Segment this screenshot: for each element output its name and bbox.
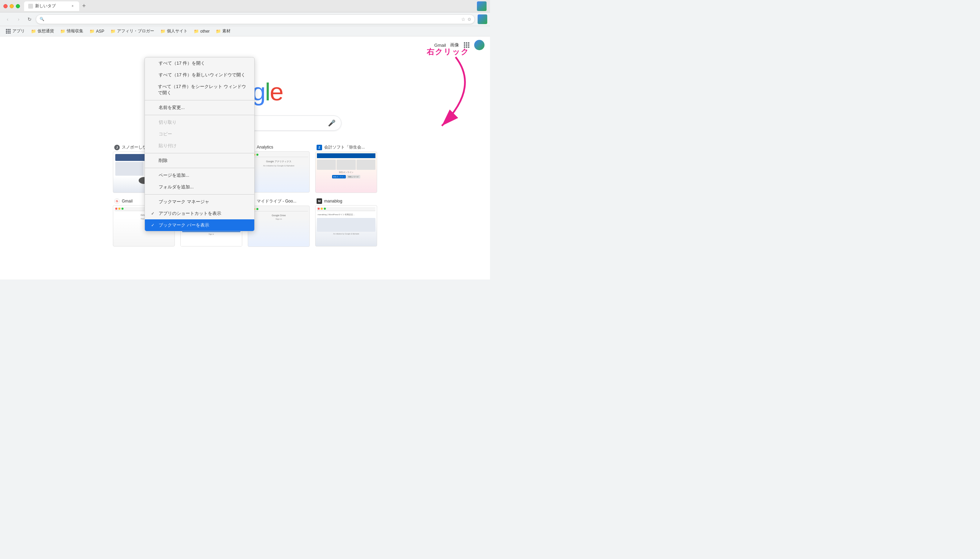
context-menu: すべて（17 件）を開く すべて（17 件）を新しいウィンドウで開く すべて（1… [144, 57, 255, 232]
minimize-button[interactable] [10, 4, 14, 8]
user-profile-button[interactable] [478, 15, 487, 24]
thumb-screenshot-7: Google Drive Sign in [248, 205, 310, 247]
context-cut: 切り取り [145, 117, 254, 128]
search-icon: 🔍 [40, 17, 45, 22]
checkmark-bookmarks-bar: ✓ [151, 223, 156, 228]
bookmark-star-icon[interactable]: ☆ [461, 17, 466, 22]
tab-title: 新しいタブ [35, 3, 56, 9]
folder-icon: 📁 [90, 29, 95, 34]
title-bar: 新しいタブ × + [0, 0, 490, 12]
bookmark-apps-label: アプリ [12, 28, 25, 34]
context-bookmark-manager[interactable]: ブックマーク マネージャ [145, 196, 254, 208]
context-divider-2 [145, 115, 254, 115]
bookmark-crypto-label: 仮想通貨 [38, 28, 54, 34]
thumb-title-7: G マイドライブ - Goo... [248, 198, 310, 204]
back-button[interactable]: ‹ [3, 15, 12, 24]
context-show-bookmarks-bar[interactable]: ✓ ブックマーク バーを表示 [145, 219, 254, 231]
context-delete[interactable]: 削除 [145, 155, 254, 166]
thumb-label-5: Gmail [122, 199, 133, 203]
bookmark-personal-site-label: 個人サイト [167, 28, 187, 34]
folder-icon: 📁 [194, 29, 199, 34]
thumb-title-3: G Analytics [248, 144, 310, 150]
context-paste: 貼り付け [145, 140, 254, 152]
logo-l: l [265, 78, 270, 106]
thumbnail-item-3[interactable]: G Analytics Google アナリティクス An initiative… [248, 144, 310, 193]
gmail-link[interactable]: Gmail [434, 43, 446, 48]
main-content: Gmail 画像 Google 🔍 🎤 J スノボーしながら働... [0, 36, 490, 280]
folder-icon: 📁 [31, 29, 36, 34]
bookmark-info[interactable]: 📁 情報収集 [58, 27, 86, 35]
context-divider-3 [145, 153, 254, 153]
context-open-new-window[interactable]: すべて（17 件）を新しいウィンドウで開く [145, 69, 254, 81]
traffic-lights [3, 4, 20, 8]
shield-icon: ⊙ [468, 17, 471, 22]
thumb-favicon-5: G [114, 198, 120, 204]
new-tab-button[interactable]: + [79, 2, 89, 11]
folder-icon: 📁 [160, 29, 166, 34]
thumb-favicon-8: M [317, 198, 322, 204]
thumb-favicon-4: Z [317, 145, 322, 150]
thumbnail-item-4[interactable]: Z 会計ソフト「弥生会... 弥生オンライン 弥生オンライン 弥生シリーズ [315, 144, 377, 193]
thumb-label-7: マイドライブ - Goo... [257, 198, 296, 204]
folder-icon: 📁 [111, 29, 116, 34]
thumbnail-item-8[interactable]: M manablog manablog | WordPressサイト初期設定..… [315, 198, 377, 247]
profile-area [477, 2, 487, 11]
bookmark-other-label: other [200, 29, 209, 34]
bookmark-affiliate-label: アフィリ・ブロガー [117, 28, 154, 34]
url-input[interactable] [46, 17, 461, 22]
google-header: Gmail 画像 [429, 36, 490, 54]
microphone-icon[interactable]: 🎤 [328, 119, 335, 127]
apps-grid-icon [5, 28, 11, 34]
thumb-screenshot-8: manablog | WordPressサイト初期設定... An initia… [315, 205, 377, 246]
context-add-page[interactable]: ページを追加... [145, 169, 254, 181]
tab-favicon [28, 4, 33, 8]
checkmark-app-shortcuts: ✓ [151, 211, 156, 216]
images-link[interactable]: 画像 [450, 42, 459, 48]
bookmark-apps[interactable]: アプリ [3, 27, 28, 35]
tab-close-button[interactable]: × [70, 4, 75, 8]
thumb-title-4: Z 会計ソフト「弥生会... [315, 144, 377, 150]
profile-image [477, 2, 487, 11]
bookmark-asp-label: ASP [96, 29, 104, 34]
thumb-screenshot-3: Google アナリティクス An initiative by Google &… [248, 151, 310, 192]
arrow-annotation [359, 36, 490, 153]
active-tab[interactable]: 新しいタブ × [24, 2, 79, 11]
bookmark-crypto[interactable]: 📁 仮想通貨 [28, 27, 57, 35]
folder-icon: 📁 [216, 29, 221, 34]
bookmark-personal-site[interactable]: 📁 個人サイト [158, 27, 190, 35]
logo-e: e [270, 78, 283, 106]
bookmark-material[interactable]: 📁 素材 [213, 27, 233, 35]
thumb-label-8: manablog [324, 199, 342, 203]
context-rename[interactable]: 名前を変更... [145, 102, 254, 113]
context-divider-4 [145, 168, 254, 168]
url-input-container[interactable]: 🔍 ☆ ⊙ [36, 15, 475, 24]
folder-icon: 📁 [60, 29, 65, 34]
context-open-all[interactable]: すべて（17 件）を開く [145, 58, 254, 69]
context-copy: コピー [145, 128, 254, 140]
bookmark-material-label: 素材 [222, 28, 230, 34]
url-bar: ‹ › ↻ 🔍 ☆ ⊙ [0, 12, 490, 26]
bookmark-info-label: 情報収集 [67, 28, 83, 34]
bookmark-other[interactable]: 📁 other [191, 28, 212, 35]
close-button[interactable] [3, 4, 8, 8]
thumb-screenshot-4: 弥生オンライン 弥生オンライン 弥生シリーズ [315, 152, 377, 193]
refresh-button[interactable]: ↻ [25, 15, 35, 24]
bookmark-affiliate[interactable]: 📁 アフィリ・ブロガー [108, 27, 157, 35]
context-divider-5 [145, 194, 254, 195]
thumb-label-4: 会計ソフト「弥生会... [324, 144, 365, 150]
tab-bar: 新しいタブ × + [24, 2, 477, 11]
context-open-incognito[interactable]: すべて（17 件）をシークレット ウィンドウで開く [145, 81, 254, 99]
bookmark-asp[interactable]: 📁 ASP [87, 28, 107, 35]
google-avatar[interactable] [474, 40, 484, 50]
google-apps-button[interactable] [463, 41, 470, 48]
context-show-app-shortcuts[interactable]: ✓ アプリのショートカットを表示 [145, 208, 254, 219]
thumbnail-item-7[interactable]: G マイドライブ - Goo... Google Drive Sign in [248, 198, 310, 247]
thumb-title-8: M manablog [315, 198, 377, 204]
context-add-folder[interactable]: フォルダを追加... [145, 181, 254, 193]
bookmarks-bar: アプリ 📁 仮想通貨 📁 情報収集 📁 ASP 📁 アフィリ・ブロガー 📁 個人… [0, 26, 490, 36]
thumb-label-3: Analytics [257, 145, 273, 150]
maximize-button[interactable] [16, 4, 20, 8]
forward-button[interactable]: › [14, 15, 23, 24]
thumb-favicon-1: J [114, 145, 120, 150]
annotation-area: 右クリック [352, 36, 490, 157]
